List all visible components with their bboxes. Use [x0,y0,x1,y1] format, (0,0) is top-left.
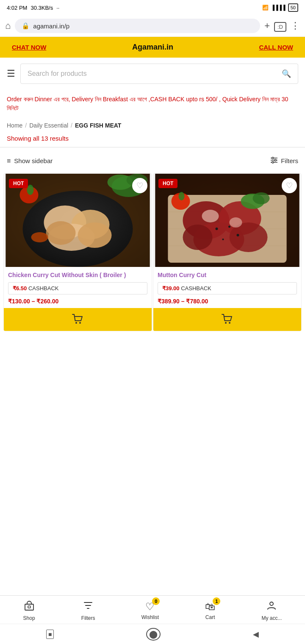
svg-point-3 [274,159,276,161]
top-banner: CHAT NOW Agamani.in CALL NOW [0,37,305,58]
svg-point-20 [75,322,77,324]
battery-icon: 50 [288,3,298,12]
price-range-2: ₹389.90 – ₹780.00 [158,298,297,305]
cart-icon-2 [222,314,233,325]
add-to-cart-button-2[interactable] [153,308,301,331]
cashback-amount-1: ₹6.50 [13,285,27,291]
status-right: 📶 ▐▐▐▐ 50 [262,3,298,12]
signal-icons: ▐▐▐▐ [271,5,286,11]
cashback-label-2: CASHBACK [181,285,211,291]
chat-now-link[interactable]: CHAT NOW [12,44,46,51]
filter-icon [270,156,278,166]
show-sidebar-button[interactable]: ≡ Show sidebar [7,157,53,165]
svg-point-35 [230,217,242,228]
cashback-box-2: ₹39.00 CASHBACK [158,282,297,294]
cart-icon-1 [72,314,84,325]
breadcrumb-current: EGG FISH MEAT [75,122,121,129]
home-icon[interactable]: ⌂ [5,20,11,31]
svg-point-17 [31,232,48,242]
add-to-cart-button-1[interactable] [4,308,152,331]
url-bar[interactable]: 🔒 agamani.in/p [15,19,260,33]
cashback-box-1: ₹6.50 CASHBACK [8,282,147,294]
svg-point-5 [272,161,274,163]
filters-button[interactable]: Filters [270,156,298,166]
wishlist-button-1[interactable]: ♡ [132,178,147,193]
svg-point-41 [253,192,270,204]
svg-point-15 [78,222,112,248]
products-grid: HOT ♡ Chicken Curry Cut Without Skin ( B… [0,173,305,333]
site-name: Agamani.in [132,43,173,52]
status-time: 4:02 PM [7,5,27,11]
cashback-label-1: CASHBACK [28,285,59,291]
status-left: 4:02 PM 30.3KB/s ·· [7,5,59,11]
status-speed: 30.3KB/s [30,5,53,11]
product-info-2: Mutton Curry Cut ₹39.00 CASHBACK ₹389.90… [153,267,301,305]
wishlist-button-2[interactable]: ♡ [282,178,297,193]
divider [0,147,305,147]
filter-bar: ≡ Show sidebar Filters [0,152,305,170]
results-count: Showing all 13 results [0,133,305,147]
product-card-chicken: HOT ♡ Chicken Curry Cut Without Skin ( B… [3,173,152,331]
svg-point-37 [228,226,230,228]
status-dots: ·· [56,5,59,11]
search-icon: 🔍 [282,69,291,78]
breadcrumb: Home / Daily Essential / EGG FISH MEAT [0,118,305,133]
svg-point-45 [229,322,230,324]
url-text: agamani.in/p [33,22,69,30]
svg-point-38 [237,234,239,236]
header: ☰ Search for products 🔍 [0,58,305,90]
svg-point-36 [216,228,218,230]
product-image-wrap-1: HOT ♡ [4,174,152,267]
product-name-2: Mutton Curry Cut [158,271,297,279]
breadcrumb-sep2: / [71,122,72,129]
svg-point-33 [183,225,213,250]
price-range-1: ₹130.00 – ₹260.00 [8,298,147,305]
promo-text: Order করুন Dinner এর পরে, Delivery নিন B… [0,90,305,118]
search-placeholder: Search for products [28,70,87,78]
svg-point-21 [79,322,81,324]
lock-icon: 🔒 [22,22,30,30]
browser-menu-button[interactable]: ⋮ [291,20,300,31]
hot-badge-2: HOT [158,179,177,188]
hot-badge-1: HOT [9,179,28,188]
svg-point-1 [272,157,274,159]
svg-point-39 [222,239,224,240]
svg-point-34 [202,210,219,222]
cashback-amount-2: ₹39.00 [162,285,180,291]
wifi-icon: 📶 [262,5,269,11]
breadcrumb-sep1: / [25,122,27,129]
tab-switcher-button[interactable]: :D [274,20,286,31]
svg-point-43 [179,192,185,200]
add-tab-button[interactable]: + [264,20,270,31]
product-info-1: Chicken Curry Cut Without Skin ( Broiler… [4,267,152,305]
svg-point-44 [225,322,227,324]
call-now-link[interactable]: CALL NOW [259,44,293,51]
product-card-mutton: HOT ♡ Mutton Curry Cut ₹39.00 CASHBACK ₹… [153,173,302,331]
sidebar-icon: ≡ [7,157,11,165]
breadcrumb-home[interactable]: Home [7,122,22,129]
product-image-wrap-2: HOT ♡ [153,174,301,267]
browser-bar: ⌂ 🔒 agamani.in/p + :D ⋮ [0,15,305,37]
hamburger-menu[interactable]: ☰ [7,68,15,79]
svg-point-16 [46,221,76,245]
status-bar: 4:02 PM 30.3KB/s ·· 📶 ▐▐▐▐ 50 [0,0,305,15]
filters-label: Filters [281,157,298,164]
product-name-1: Chicken Curry Cut Without Skin ( Broiler… [8,271,147,279]
show-sidebar-label: Show sidebar [14,157,53,164]
breadcrumb-category[interactable]: Daily Essential [29,122,68,129]
search-bar[interactable]: Search for products 🔍 [20,64,298,84]
